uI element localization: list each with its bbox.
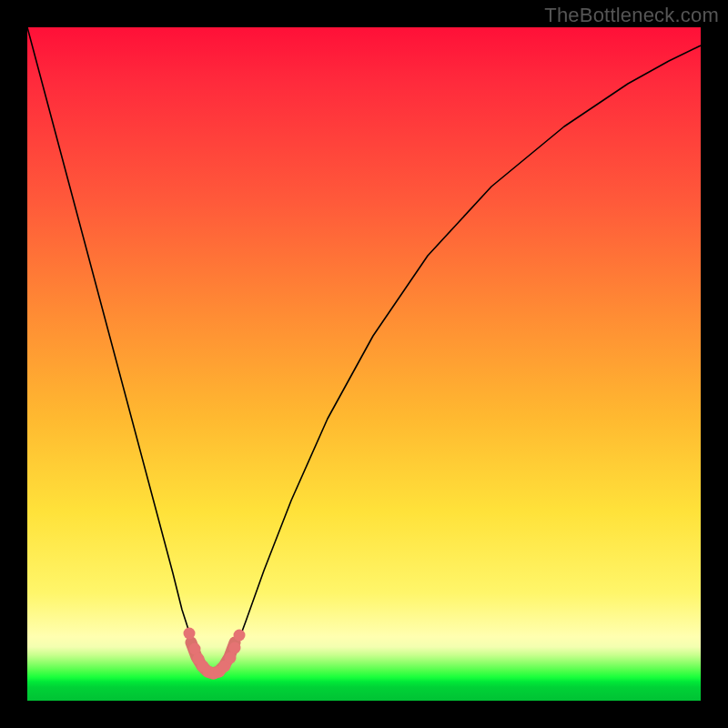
chart-svg [27,27,701,701]
highlight-dot [184,628,196,640]
watermark-text: TheBottleneck.com [544,4,719,27]
chart-frame: TheBottleneck.com [0,0,728,728]
highlight-dot [234,630,246,642]
highlight-dots [184,628,246,680]
plot-area [27,27,701,701]
highlight-dot [229,642,241,654]
curve-line [27,27,701,674]
